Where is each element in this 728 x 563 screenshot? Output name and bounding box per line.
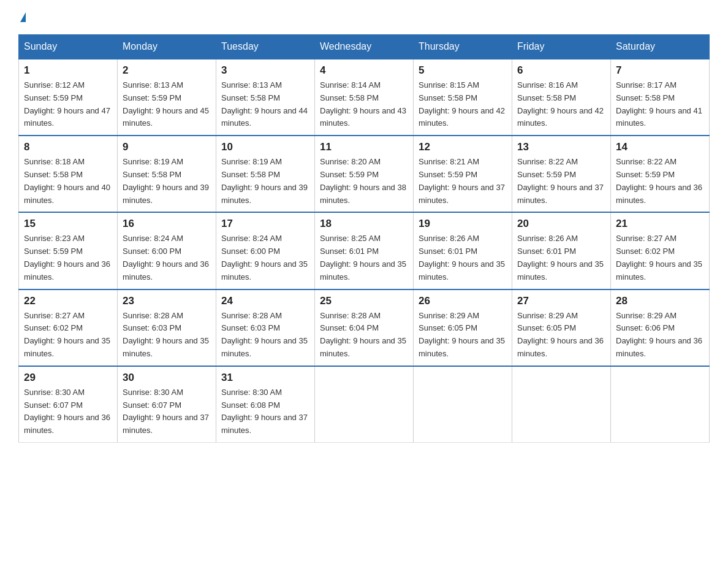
day-number: 6 (517, 64, 605, 77)
calendar-cell: 26Sunrise: 8:29 AMSunset: 6:05 PMDayligh… (414, 289, 512, 366)
day-info: Sunrise: 8:22 AMSunset: 5:59 PMDaylight:… (616, 156, 704, 207)
day-number: 14 (616, 141, 704, 153)
day-info: Sunrise: 8:23 AMSunset: 5:59 PMDaylight:… (24, 232, 112, 283)
calendar-cell: 17Sunrise: 8:24 AMSunset: 6:00 PMDayligh… (216, 212, 315, 289)
day-number: 24 (221, 295, 309, 307)
day-info: Sunrise: 8:29 AMSunset: 6:05 PMDaylight:… (419, 310, 507, 361)
day-number: 3 (221, 64, 309, 77)
day-info: Sunrise: 8:13 AMSunset: 5:59 PMDaylight:… (123, 79, 211, 130)
week-row-2: 8Sunrise: 8:18 AMSunset: 5:58 PMDaylight… (19, 136, 710, 212)
calendar-cell: 19Sunrise: 8:26 AMSunset: 6:01 PMDayligh… (414, 212, 512, 289)
day-number: 12 (419, 141, 507, 153)
day-header-sunday: Sunday (19, 35, 118, 59)
calendar-cell (315, 366, 414, 443)
day-info: Sunrise: 8:19 AMSunset: 5:58 PMDaylight:… (123, 156, 211, 207)
day-info: Sunrise: 8:19 AMSunset: 5:58 PMDaylight:… (221, 156, 309, 207)
day-info: Sunrise: 8:22 AMSunset: 5:59 PMDaylight:… (517, 156, 605, 207)
day-number: 19 (419, 218, 507, 230)
day-info: Sunrise: 8:24 AMSunset: 6:00 PMDaylight:… (221, 232, 309, 283)
day-header-saturday: Saturday (611, 35, 710, 59)
header (18, 12, 710, 22)
calendar-cell: 28Sunrise: 8:29 AMSunset: 6:06 PMDayligh… (611, 289, 710, 366)
day-info: Sunrise: 8:28 AMSunset: 6:03 PMDaylight:… (221, 310, 309, 361)
calendar-cell: 1Sunrise: 8:12 AMSunset: 5:59 PMDaylight… (19, 59, 118, 136)
day-number: 13 (517, 141, 605, 153)
day-number: 29 (24, 372, 112, 384)
calendar-cell: 30Sunrise: 8:30 AMSunset: 6:07 PMDayligh… (118, 366, 216, 443)
day-number: 10 (221, 141, 309, 153)
logo-triangle-icon (20, 12, 26, 22)
calendar-cell: 5Sunrise: 8:15 AMSunset: 5:58 PMDaylight… (414, 59, 512, 136)
day-info: Sunrise: 8:28 AMSunset: 6:04 PMDaylight:… (320, 310, 408, 361)
calendar-cell: 6Sunrise: 8:16 AMSunset: 5:58 PMDaylight… (512, 59, 611, 136)
day-number: 21 (616, 218, 704, 230)
calendar-cell (414, 366, 512, 443)
day-info: Sunrise: 8:26 AMSunset: 6:01 PMDaylight:… (517, 232, 605, 283)
day-number: 28 (616, 295, 704, 307)
day-header-wednesday: Wednesday (315, 35, 414, 59)
day-number: 1 (24, 64, 112, 77)
day-info: Sunrise: 8:14 AMSunset: 5:58 PMDaylight:… (320, 79, 408, 130)
day-info: Sunrise: 8:17 AMSunset: 5:58 PMDaylight:… (616, 79, 704, 130)
calendar-cell: 15Sunrise: 8:23 AMSunset: 5:59 PMDayligh… (19, 212, 118, 289)
day-info: Sunrise: 8:21 AMSunset: 5:59 PMDaylight:… (419, 156, 507, 207)
day-header-friday: Friday (512, 35, 611, 59)
calendar-cell: 2Sunrise: 8:13 AMSunset: 5:59 PMDaylight… (118, 59, 216, 136)
calendar-cell: 21Sunrise: 8:27 AMSunset: 6:02 PMDayligh… (611, 212, 710, 289)
week-row-1: 1Sunrise: 8:12 AMSunset: 5:59 PMDaylight… (19, 59, 710, 136)
calendar-cell: 10Sunrise: 8:19 AMSunset: 5:58 PMDayligh… (216, 136, 315, 212)
calendar-cell: 23Sunrise: 8:28 AMSunset: 6:03 PMDayligh… (118, 289, 216, 366)
calendar-table: SundayMondayTuesdayWednesdayThursdayFrid… (18, 34, 710, 443)
calendar-cell: 18Sunrise: 8:25 AMSunset: 6:01 PMDayligh… (315, 212, 414, 289)
calendar-cell: 7Sunrise: 8:17 AMSunset: 5:58 PMDaylight… (611, 59, 710, 136)
calendar-cell: 9Sunrise: 8:19 AMSunset: 5:58 PMDaylight… (118, 136, 216, 212)
calendar-cell (512, 366, 611, 443)
day-number: 31 (221, 372, 309, 384)
day-number: 22 (24, 295, 112, 307)
day-number: 8 (24, 141, 112, 153)
day-number: 17 (221, 218, 309, 230)
day-number: 20 (517, 218, 605, 230)
day-info: Sunrise: 8:25 AMSunset: 6:01 PMDaylight:… (320, 232, 408, 283)
week-row-4: 22Sunrise: 8:27 AMSunset: 6:02 PMDayligh… (19, 289, 710, 366)
calendar-cell: 11Sunrise: 8:20 AMSunset: 5:59 PMDayligh… (315, 136, 414, 212)
day-info: Sunrise: 8:16 AMSunset: 5:58 PMDaylight:… (517, 79, 605, 130)
calendar-cell: 14Sunrise: 8:22 AMSunset: 5:59 PMDayligh… (611, 136, 710, 212)
day-info: Sunrise: 8:27 AMSunset: 6:02 PMDaylight:… (616, 232, 704, 283)
day-number: 18 (320, 218, 408, 230)
calendar-header-row: SundayMondayTuesdayWednesdayThursdayFrid… (19, 35, 710, 59)
day-number: 4 (320, 64, 408, 77)
calendar-cell: 20Sunrise: 8:26 AMSunset: 6:01 PMDayligh… (512, 212, 611, 289)
day-info: Sunrise: 8:24 AMSunset: 6:00 PMDaylight:… (123, 232, 211, 283)
day-header-tuesday: Tuesday (216, 35, 315, 59)
calendar-body: 1Sunrise: 8:12 AMSunset: 5:59 PMDaylight… (19, 59, 710, 442)
calendar-cell (611, 366, 710, 443)
week-row-3: 15Sunrise: 8:23 AMSunset: 5:59 PMDayligh… (19, 212, 710, 289)
day-header-monday: Monday (118, 35, 216, 59)
day-info: Sunrise: 8:30 AMSunset: 6:07 PMDaylight:… (24, 386, 112, 437)
calendar-cell: 29Sunrise: 8:30 AMSunset: 6:07 PMDayligh… (19, 366, 118, 443)
calendar-cell: 22Sunrise: 8:27 AMSunset: 6:02 PMDayligh… (19, 289, 118, 366)
calendar-cell: 24Sunrise: 8:28 AMSunset: 6:03 PMDayligh… (216, 289, 315, 366)
day-number: 5 (419, 64, 507, 77)
day-info: Sunrise: 8:28 AMSunset: 6:03 PMDaylight:… (123, 310, 211, 361)
day-number: 26 (419, 295, 507, 307)
day-info: Sunrise: 8:12 AMSunset: 5:59 PMDaylight:… (24, 79, 112, 130)
week-row-5: 29Sunrise: 8:30 AMSunset: 6:07 PMDayligh… (19, 366, 710, 443)
day-number: 25 (320, 295, 408, 307)
calendar-cell: 25Sunrise: 8:28 AMSunset: 6:04 PMDayligh… (315, 289, 414, 366)
day-number: 11 (320, 141, 408, 153)
day-info: Sunrise: 8:27 AMSunset: 6:02 PMDaylight:… (24, 310, 112, 361)
day-number: 23 (123, 295, 211, 307)
day-number: 16 (123, 218, 211, 230)
calendar-cell: 31Sunrise: 8:30 AMSunset: 6:08 PMDayligh… (216, 366, 315, 443)
day-number: 30 (123, 372, 211, 384)
day-info: Sunrise: 8:15 AMSunset: 5:58 PMDaylight:… (419, 79, 507, 130)
day-info: Sunrise: 8:18 AMSunset: 5:58 PMDaylight:… (24, 156, 112, 207)
calendar-cell: 3Sunrise: 8:13 AMSunset: 5:58 PMDaylight… (216, 59, 315, 136)
day-info: Sunrise: 8:30 AMSunset: 6:07 PMDaylight:… (123, 386, 211, 437)
day-info: Sunrise: 8:30 AMSunset: 6:08 PMDaylight:… (221, 386, 309, 437)
day-number: 27 (517, 295, 605, 307)
day-info: Sunrise: 8:26 AMSunset: 6:01 PMDaylight:… (419, 232, 507, 283)
calendar-cell: 8Sunrise: 8:18 AMSunset: 5:58 PMDaylight… (19, 136, 118, 212)
